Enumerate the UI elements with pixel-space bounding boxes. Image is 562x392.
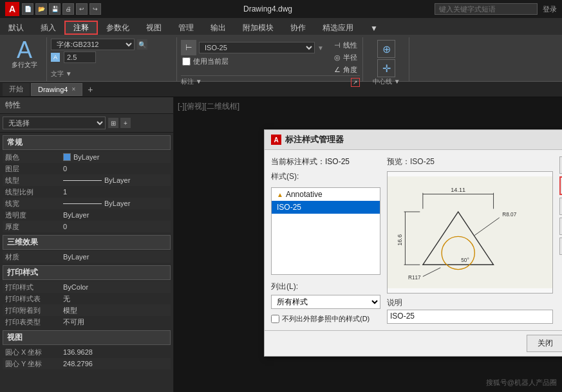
preview-box: 14.11 16.6 R8.07 50°: [387, 171, 553, 294]
start-tab[interactable]: 开始: [3, 83, 30, 96]
tab-manage[interactable]: 管理: [170, 21, 202, 35]
list-label: 列出(L):: [271, 281, 380, 292]
modify-button[interactable]: 修改(M)...: [559, 198, 562, 215]
angular-dim-icon: ∠: [334, 66, 341, 74]
tab-annotation[interactable]: 注释: [64, 21, 98, 35]
tab-default[interactable]: 默认: [0, 21, 32, 35]
centermark-icon[interactable]: ✛: [377, 59, 395, 77]
multiline-text-button[interactable]: A 多行文字: [8, 40, 41, 71]
exclude-xref-checkbox[interactable]: [271, 315, 279, 323]
iso25-item[interactable]: ISO-25: [272, 201, 380, 214]
dialog-body: 当前标注样式：ISO-25 样式(S): ▲ Annotative ISO-25: [265, 150, 562, 330]
annotative-triangle-icon: ▲: [277, 191, 283, 198]
print-table-value: 无: [63, 294, 70, 304]
cy-label: 圆心 Y 坐标: [5, 359, 63, 369]
dimension-icon[interactable]: ⊢: [181, 40, 196, 55]
tab-insert[interactable]: 插入: [32, 21, 64, 35]
annotative-item[interactable]: ▲ Annotative: [272, 188, 380, 201]
linewidth-label: 线宽: [5, 199, 63, 209]
new-style-button[interactable]: 新建(N)...: [559, 176, 562, 195]
thickness-value: 0: [63, 223, 67, 230]
font-search-icon[interactable]: 🔍: [137, 39, 147, 50]
layer-value: 0: [63, 165, 67, 173]
dialog-title-left: A 标注样式管理器: [271, 134, 344, 145]
window-title: Drawing4.dwg: [243, 5, 292, 14]
text-size-input[interactable]: [64, 51, 96, 63]
search-input[interactable]: [435, 3, 538, 15]
tab-output[interactable]: 输出: [202, 21, 234, 35]
transparency-row: 透明度 ByLayer: [3, 209, 171, 221]
print-attach-row: 打印附着到 模型: [3, 304, 171, 316]
cy-row: 圆心 Y 坐标 248.2796: [3, 358, 171, 369]
dialog-logo: A: [271, 135, 281, 145]
title-bar: A 📄 📂 💾 🖨 ↩ ↪ Drawing4.dwg 登录: [0, 0, 562, 18]
list-select[interactable]: 所有样式: [271, 295, 380, 309]
current-style-row: 当前标注样式：ISO-25: [271, 156, 380, 167]
multiline-text-label: 多行文字: [12, 61, 37, 70]
tab-parametric[interactable]: 参数化: [98, 21, 138, 35]
panel-icon1[interactable]: ⊞: [108, 118, 118, 128]
styles-label-text: 样式(S):: [271, 171, 380, 182]
font-select[interactable]: 字体:GB2312: [51, 39, 135, 50]
print-icon[interactable]: 🖨: [62, 3, 74, 15]
linear-dim-button[interactable]: ⊣ 线性: [332, 40, 360, 51]
override-button[interactable]: 替代(O)...: [559, 218, 562, 235]
new-icon[interactable]: 📄: [22, 3, 33, 15]
thickness-label: 厚度: [5, 222, 63, 232]
toolbar-icons[interactable]: 📄 📂 💾 🖨 ↩ ↪: [22, 3, 101, 15]
desc-section: 说明 ISO-25: [387, 297, 553, 324]
view-section-title: 视图: [3, 330, 171, 345]
layer-label: 图层: [5, 164, 63, 174]
add-tab-button[interactable]: +: [84, 82, 97, 97]
print-section-title: 打印样式: [3, 265, 171, 280]
properties-section: 常规 颜色 ByLayer 图层 0 线型 ByLayer 线型比: [0, 133, 173, 392]
style-list[interactable]: ▲ Annotative ISO-25: [271, 187, 380, 275]
radius-dim-button[interactable]: ◎ 半径: [332, 52, 360, 63]
panel-icon2[interactable]: +: [120, 118, 131, 128]
annotation-style-dialog: A 标注样式管理器 × 当前标注样式：ISO-25 样式(S):: [264, 129, 562, 357]
drawing4-tab-close[interactable]: ×: [71, 86, 75, 93]
centerline-icon[interactable]: ⊕: [377, 40, 395, 58]
ribbon-tabs: 默认 插入 注释 参数化 视图 管理 输出 附加模块 协作 精选应用 ▼: [0, 18, 562, 35]
tab-addon[interactable]: 附加模块: [234, 21, 282, 35]
save-icon[interactable]: 💾: [49, 3, 61, 15]
annotative-item-label: Annotative: [286, 190, 323, 199]
ribbon-content: A 多行文字 字体:GB2312 🔍 A 文字 ▼: [0, 35, 562, 81]
close-button[interactable]: 关闭: [527, 335, 562, 352]
exclude-xref-label: 不列出外部参照中的样式(D): [282, 314, 370, 324]
use-current-checkbox[interactable]: [182, 57, 191, 66]
multiline-text-icon: A: [15, 41, 33, 59]
properties-title: 特性: [5, 100, 21, 111]
undo-icon[interactable]: ↩: [76, 3, 88, 15]
dimension-style-select[interactable]: ISO-25: [199, 42, 315, 53]
compare-button[interactable]: 比较(C)...: [559, 238, 562, 255]
centerline-group: ⊕ ✛ 中心线 ▼: [364, 37, 409, 81]
arrow-icon[interactable]: ▼: [317, 44, 324, 51]
layer-row: 图层 0: [3, 163, 171, 174]
title-bar-left: A 📄 📂 💾 🖨 ↩ ↪: [5, 2, 101, 16]
print-attach-label: 打印附着到: [5, 306, 63, 315]
set-current-button[interactable]: 置为当前(U): [559, 156, 562, 174]
tab-select-app[interactable]: 精选应用: [314, 21, 362, 35]
preview-title: 预览：ISO-25: [387, 156, 553, 167]
dialog-overlay: A 标注样式管理器 × 当前标注样式：ISO-25 样式(S):: [174, 97, 562, 392]
dim-expand-icon[interactable]: ↗: [351, 78, 360, 87]
redo-icon[interactable]: ↪: [89, 3, 101, 15]
tab-more[interactable]: ▼: [362, 21, 386, 35]
text-group-label: 文字 ▼: [51, 70, 174, 80]
multiline-text-group: A 多行文字: [3, 37, 47, 81]
selection-combo[interactable]: 无选择: [3, 117, 106, 129]
tab-collab[interactable]: 协作: [282, 21, 314, 35]
drawing4-tab[interactable]: Drawing4 ×: [31, 83, 82, 96]
dialog-left-panel: 当前标注样式：ISO-25 样式(S): ▲ Annotative ISO-25: [271, 156, 380, 324]
svg-text:50°: 50°: [461, 257, 469, 263]
tab-view[interactable]: 视图: [138, 21, 170, 35]
open-icon[interactable]: 📂: [35, 3, 47, 15]
canvas-area: [-][俯视][二维线框] 搜狐号@机器人产品圈 123 A 标注样式管理器 ×: [174, 97, 562, 392]
dialog-title-bar: A 标注样式管理器 ×: [265, 130, 562, 150]
linewidth-row: 线宽 ByLayer: [3, 198, 171, 209]
angular-dim-button[interactable]: ∠ 角度: [332, 64, 360, 75]
login-button[interactable]: 登录: [543, 5, 557, 14]
ribbon: 默认 插入 注释 参数化 视图 管理 输出 附加模块 协作 精选应用 ▼ A 多…: [0, 18, 562, 82]
drawing4-tab-label: Drawing4: [38, 86, 68, 93]
